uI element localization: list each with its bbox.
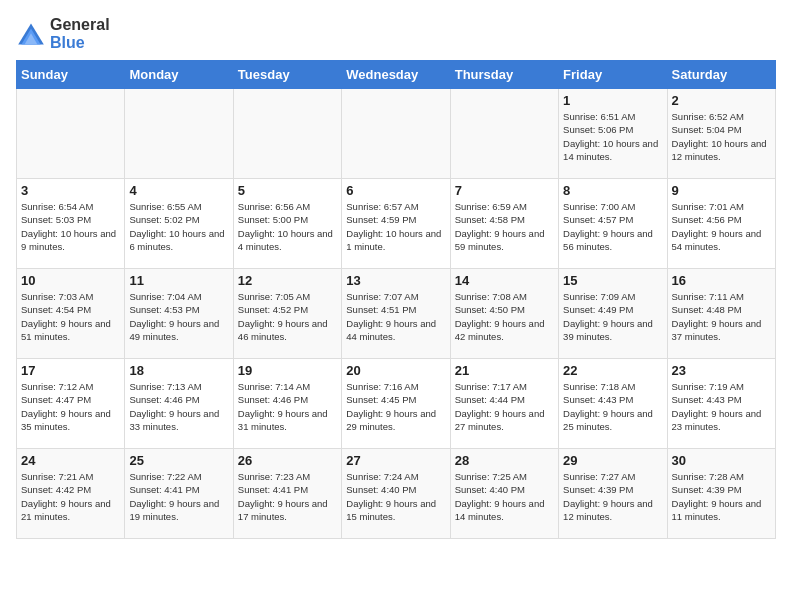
day-info: Sunrise: 7:22 AM Sunset: 4:41 PM Dayligh… [129, 470, 228, 523]
day-number: 28 [455, 453, 554, 468]
day-cell [125, 89, 233, 179]
day-cell: 17Sunrise: 7:12 AM Sunset: 4:47 PM Dayli… [17, 359, 125, 449]
day-cell: 11Sunrise: 7:04 AM Sunset: 4:53 PM Dayli… [125, 269, 233, 359]
day-info: Sunrise: 7:07 AM Sunset: 4:51 PM Dayligh… [346, 290, 445, 343]
day-number: 15 [563, 273, 662, 288]
day-cell: 28Sunrise: 7:25 AM Sunset: 4:40 PM Dayli… [450, 449, 558, 539]
day-info: Sunrise: 7:19 AM Sunset: 4:43 PM Dayligh… [672, 380, 771, 433]
day-cell: 14Sunrise: 7:08 AM Sunset: 4:50 PM Dayli… [450, 269, 558, 359]
day-info: Sunrise: 7:00 AM Sunset: 4:57 PM Dayligh… [563, 200, 662, 253]
day-cell: 26Sunrise: 7:23 AM Sunset: 4:41 PM Dayli… [233, 449, 341, 539]
day-cell: 30Sunrise: 7:28 AM Sunset: 4:39 PM Dayli… [667, 449, 775, 539]
day-cell [450, 89, 558, 179]
day-cell: 18Sunrise: 7:13 AM Sunset: 4:46 PM Dayli… [125, 359, 233, 449]
day-info: Sunrise: 7:08 AM Sunset: 4:50 PM Dayligh… [455, 290, 554, 343]
day-cell: 27Sunrise: 7:24 AM Sunset: 4:40 PM Dayli… [342, 449, 450, 539]
day-number: 5 [238, 183, 337, 198]
day-number: 26 [238, 453, 337, 468]
day-info: Sunrise: 7:04 AM Sunset: 4:53 PM Dayligh… [129, 290, 228, 343]
day-info: Sunrise: 6:52 AM Sunset: 5:04 PM Dayligh… [672, 110, 771, 163]
week-row-2: 3Sunrise: 6:54 AM Sunset: 5:03 PM Daylig… [17, 179, 776, 269]
day-info: Sunrise: 7:28 AM Sunset: 4:39 PM Dayligh… [672, 470, 771, 523]
day-cell: 9Sunrise: 7:01 AM Sunset: 4:56 PM Daylig… [667, 179, 775, 269]
day-number: 4 [129, 183, 228, 198]
day-info: Sunrise: 7:09 AM Sunset: 4:49 PM Dayligh… [563, 290, 662, 343]
day-cell [233, 89, 341, 179]
day-cell: 22Sunrise: 7:18 AM Sunset: 4:43 PM Dayli… [559, 359, 667, 449]
day-number: 2 [672, 93, 771, 108]
day-cell: 29Sunrise: 7:27 AM Sunset: 4:39 PM Dayli… [559, 449, 667, 539]
day-number: 9 [672, 183, 771, 198]
day-cell: 25Sunrise: 7:22 AM Sunset: 4:41 PM Dayli… [125, 449, 233, 539]
day-info: Sunrise: 7:25 AM Sunset: 4:40 PM Dayligh… [455, 470, 554, 523]
week-row-1: 1Sunrise: 6:51 AM Sunset: 5:06 PM Daylig… [17, 89, 776, 179]
day-info: Sunrise: 7:03 AM Sunset: 4:54 PM Dayligh… [21, 290, 120, 343]
day-number: 24 [21, 453, 120, 468]
day-number: 17 [21, 363, 120, 378]
day-cell: 24Sunrise: 7:21 AM Sunset: 4:42 PM Dayli… [17, 449, 125, 539]
day-info: Sunrise: 7:24 AM Sunset: 4:40 PM Dayligh… [346, 470, 445, 523]
day-info: Sunrise: 7:14 AM Sunset: 4:46 PM Dayligh… [238, 380, 337, 433]
day-cell: 10Sunrise: 7:03 AM Sunset: 4:54 PM Dayli… [17, 269, 125, 359]
day-cell: 2Sunrise: 6:52 AM Sunset: 5:04 PM Daylig… [667, 89, 775, 179]
day-info: Sunrise: 6:59 AM Sunset: 4:58 PM Dayligh… [455, 200, 554, 253]
day-cell: 23Sunrise: 7:19 AM Sunset: 4:43 PM Dayli… [667, 359, 775, 449]
calendar-table: SundayMondayTuesdayWednesdayThursdayFrid… [16, 60, 776, 539]
day-info: Sunrise: 7:18 AM Sunset: 4:43 PM Dayligh… [563, 380, 662, 433]
days-header-row: SundayMondayTuesdayWednesdayThursdayFrid… [17, 61, 776, 89]
header-friday: Friday [559, 61, 667, 89]
week-row-3: 10Sunrise: 7:03 AM Sunset: 4:54 PM Dayli… [17, 269, 776, 359]
day-number: 21 [455, 363, 554, 378]
day-number: 10 [21, 273, 120, 288]
day-cell: 13Sunrise: 7:07 AM Sunset: 4:51 PM Dayli… [342, 269, 450, 359]
day-info: Sunrise: 7:13 AM Sunset: 4:46 PM Dayligh… [129, 380, 228, 433]
header-sunday: Sunday [17, 61, 125, 89]
day-info: Sunrise: 6:54 AM Sunset: 5:03 PM Dayligh… [21, 200, 120, 253]
header-thursday: Thursday [450, 61, 558, 89]
week-row-5: 24Sunrise: 7:21 AM Sunset: 4:42 PM Dayli… [17, 449, 776, 539]
day-cell: 20Sunrise: 7:16 AM Sunset: 4:45 PM Dayli… [342, 359, 450, 449]
logo-blue-text: Blue [50, 34, 85, 51]
day-info: Sunrise: 6:51 AM Sunset: 5:06 PM Dayligh… [563, 110, 662, 163]
day-number: 18 [129, 363, 228, 378]
day-info: Sunrise: 7:05 AM Sunset: 4:52 PM Dayligh… [238, 290, 337, 343]
day-number: 14 [455, 273, 554, 288]
day-number: 7 [455, 183, 554, 198]
day-number: 8 [563, 183, 662, 198]
day-cell [342, 89, 450, 179]
day-number: 3 [21, 183, 120, 198]
logo-general-text: General [50, 16, 110, 33]
day-number: 6 [346, 183, 445, 198]
day-number: 20 [346, 363, 445, 378]
day-number: 30 [672, 453, 771, 468]
day-number: 1 [563, 93, 662, 108]
day-cell: 19Sunrise: 7:14 AM Sunset: 4:46 PM Dayli… [233, 359, 341, 449]
day-number: 22 [563, 363, 662, 378]
day-cell: 16Sunrise: 7:11 AM Sunset: 4:48 PM Dayli… [667, 269, 775, 359]
day-number: 19 [238, 363, 337, 378]
day-info: Sunrise: 7:17 AM Sunset: 4:44 PM Dayligh… [455, 380, 554, 433]
day-info: Sunrise: 7:12 AM Sunset: 4:47 PM Dayligh… [21, 380, 120, 433]
day-info: Sunrise: 7:16 AM Sunset: 4:45 PM Dayligh… [346, 380, 445, 433]
day-info: Sunrise: 6:57 AM Sunset: 4:59 PM Dayligh… [346, 200, 445, 253]
day-info: Sunrise: 7:01 AM Sunset: 4:56 PM Dayligh… [672, 200, 771, 253]
day-cell: 6Sunrise: 6:57 AM Sunset: 4:59 PM Daylig… [342, 179, 450, 269]
day-cell: 5Sunrise: 6:56 AM Sunset: 5:00 PM Daylig… [233, 179, 341, 269]
day-cell: 7Sunrise: 6:59 AM Sunset: 4:58 PM Daylig… [450, 179, 558, 269]
day-info: Sunrise: 7:11 AM Sunset: 4:48 PM Dayligh… [672, 290, 771, 343]
day-number: 16 [672, 273, 771, 288]
week-row-4: 17Sunrise: 7:12 AM Sunset: 4:47 PM Dayli… [17, 359, 776, 449]
day-number: 11 [129, 273, 228, 288]
header-wednesday: Wednesday [342, 61, 450, 89]
header-tuesday: Tuesday [233, 61, 341, 89]
day-info: Sunrise: 6:55 AM Sunset: 5:02 PM Dayligh… [129, 200, 228, 253]
day-cell: 15Sunrise: 7:09 AM Sunset: 4:49 PM Dayli… [559, 269, 667, 359]
day-number: 12 [238, 273, 337, 288]
logo: General Blue [16, 16, 110, 52]
day-cell: 21Sunrise: 7:17 AM Sunset: 4:44 PM Dayli… [450, 359, 558, 449]
header-saturday: Saturday [667, 61, 775, 89]
header-monday: Monday [125, 61, 233, 89]
day-info: Sunrise: 7:23 AM Sunset: 4:41 PM Dayligh… [238, 470, 337, 523]
day-cell: 4Sunrise: 6:55 AM Sunset: 5:02 PM Daylig… [125, 179, 233, 269]
day-info: Sunrise: 7:27 AM Sunset: 4:39 PM Dayligh… [563, 470, 662, 523]
